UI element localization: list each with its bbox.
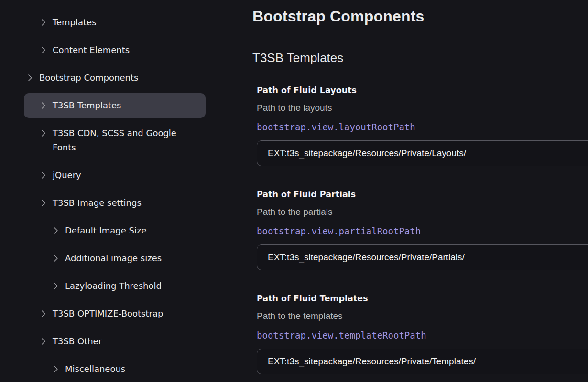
sidebar-item-templates[interactable]: Templates	[24, 10, 206, 35]
sidebar-item-label: T3SB Image settings	[53, 196, 196, 210]
chevron-right-icon	[53, 251, 59, 265]
sidebar-item-label: Templates	[53, 15, 196, 30]
layout-root-path-input[interactable]	[257, 140, 588, 166]
sidebar-item-label: Lazyloading Threshold	[65, 279, 196, 293]
chevron-right-icon	[41, 126, 46, 140]
sidebar-item-lazyloading-threshold[interactable]: Lazyloading Threshold	[24, 274, 206, 298]
chevron-right-icon	[41, 307, 46, 321]
sidebar-item-additional-image-sizes[interactable]: Additional image sizes	[24, 246, 206, 271]
sidebar-item-t3sb-cdn-scss-google-fonts[interactable]: T3SB CDN, SCSS and Google Fonts	[24, 121, 206, 160]
field-label: Path of Fluid Templates	[257, 293, 588, 304]
page-title: Bootstrap Components	[252, 7, 588, 26]
field-description: Path to the partials	[257, 206, 588, 218]
sidebar-item-t3sb-optimize-bootstrap[interactable]: T3SB OPTIMIZE-Bootstrap	[24, 301, 206, 326]
sidebar-item-bootstrap-components[interactable]: Bootstrap Components	[24, 65, 206, 90]
sidebar-item-label: Additional image sizes	[65, 251, 196, 265]
chevron-right-icon	[41, 334, 46, 349]
sidebar-item-label: Content Elements	[53, 43, 196, 57]
constant-editor-panel: Bootstrap Components T3SB Templates Path…	[252, 0, 588, 382]
sidebar-item-default-image-size[interactable]: Default Image Size	[24, 218, 206, 243]
sidebar-item-t3sb-image-settings[interactable]: T3SB Image settings	[24, 191, 206, 215]
field-description: Path to the templates	[257, 310, 588, 322]
sidebar-item-label: jQuery	[53, 168, 196, 182]
template-root-path-input[interactable]	[257, 349, 588, 374]
chevron-right-icon	[41, 168, 46, 182]
constant-name-code: bootstrap.view.partialRootPath	[257, 225, 588, 237]
chevron-right-icon	[41, 98, 46, 113]
constant-name-code: bootstrap.view.layoutRootPath	[257, 121, 588, 133]
sidebar-item-miscellaneous[interactable]: Miscellaneous	[24, 357, 206, 382]
field-group-layout-root-path: Path of Fluid Layouts Path to the layout…	[257, 85, 588, 166]
chevron-right-icon	[41, 196, 46, 210]
chevron-right-icon	[53, 279, 59, 293]
sidebar-item-t3sb-templates[interactable]: T3SB Templates	[24, 93, 206, 118]
chevron-right-icon	[41, 15, 46, 30]
field-description: Path to the layouts	[257, 102, 588, 114]
sidebar-item-t3sb-other[interactable]: T3SB Other	[24, 329, 206, 354]
field-group-partial-root-path: Path of Fluid Partials Path to the parti…	[257, 189, 588, 270]
sidebar-item-label: Bootstrap Components	[39, 71, 196, 85]
sidebar-item-content-elements[interactable]: Content Elements	[24, 38, 206, 63]
sidebar-item-label: T3SB Other	[53, 334, 196, 349]
sidebar-item-jquery[interactable]: jQuery	[24, 163, 206, 188]
field-label: Path of Fluid Partials	[257, 189, 588, 200]
sidebar-item-label: Default Image Size	[65, 223, 196, 238]
chevron-right-icon	[41, 43, 46, 57]
chevron-right-icon	[53, 362, 59, 376]
sidebar-item-label: T3SB Templates	[53, 98, 196, 113]
section-title: T3SB Templates	[252, 50, 588, 66]
constant-fields: Path of Fluid Layouts Path to the layout…	[257, 85, 588, 374]
partial-root-path-input[interactable]	[257, 244, 588, 270]
constant-name-code: bootstrap.view.templateRootPath	[257, 329, 588, 341]
field-label: Path of Fluid Layouts	[257, 85, 588, 96]
sidebar-item-label: Miscellaneous	[65, 362, 196, 376]
constants-tree-sidebar: Templates Content Elements Bootstrap Com…	[0, 0, 234, 382]
chevron-right-icon	[27, 71, 33, 85]
field-group-template-root-path: Path of Fluid Templates Path to the temp…	[257, 293, 588, 374]
sidebar-item-label: T3SB OPTIMIZE-Bootstrap	[53, 307, 196, 321]
sidebar-item-label: T3SB CDN, SCSS and Google Fonts	[53, 126, 196, 155]
chevron-right-icon	[53, 223, 59, 238]
